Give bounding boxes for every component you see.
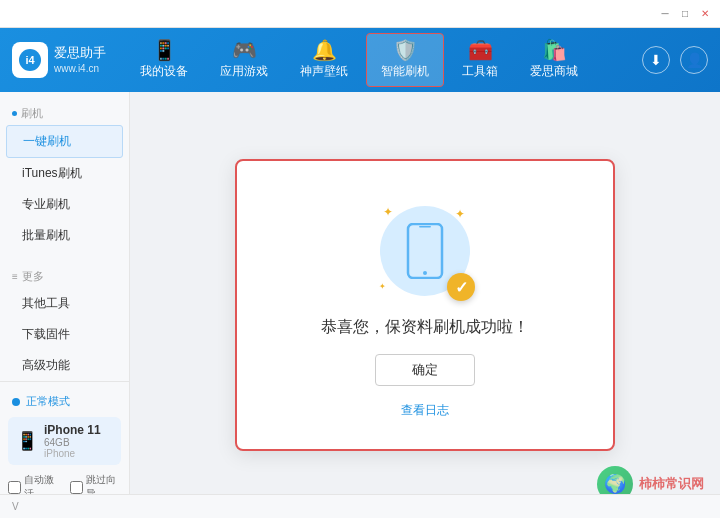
nav-store[interactable]: 🛍️ 爱思商城	[516, 34, 592, 86]
nav-my-device[interactable]: 📱 我的设备	[126, 34, 202, 86]
minimize-btn[interactable]: ─	[658, 7, 672, 21]
store-icon: 🛍️	[542, 40, 567, 60]
watermark-text: 柿柿常识网	[639, 475, 704, 493]
sparkle-1: ✦	[383, 205, 393, 219]
sidebar-itunes-flash[interactable]: iTunes刷机	[6, 158, 123, 189]
device-card: 📱 iPhone 11 64GB iPhone	[8, 417, 121, 465]
svg-rect-3	[412, 229, 438, 269]
sidebar-download-firmware[interactable]: 下载固件	[6, 319, 123, 350]
mode-indicator: 正常模式	[0, 390, 129, 413]
success-dialog: ✦ ✦ ✦ ✓ 恭喜您，保资料刷机成功啦！ 确定 查看日志	[235, 159, 615, 451]
sidebar-one-click-flash[interactable]: 一键刷机	[6, 125, 123, 158]
version-bar: V	[0, 494, 720, 518]
sidebar-other-tools[interactable]: 其他工具	[6, 288, 123, 319]
success-title: 恭喜您，保资料刷机成功啦！	[321, 317, 529, 338]
maximize-btn[interactable]: □	[678, 7, 692, 21]
check-badge: ✓	[447, 273, 475, 301]
title-bar: ─ □ ✕	[0, 0, 720, 28]
nav-items: 📱 我的设备 🎮 应用游戏 🔔 神声壁纸 🛡️ 智能刷机 🧰 工具箱 🛍️ 爱思…	[126, 33, 642, 87]
header: i4 爱思助手 www.i4.cn 📱 我的设备 🎮 应用游戏 🔔 神声壁纸 🛡…	[0, 28, 720, 92]
logo: i4 爱思助手 www.i4.cn	[12, 42, 106, 78]
sidebar-batch-flash[interactable]: 批量刷机	[6, 220, 123, 251]
svg-text:i4: i4	[25, 54, 35, 66]
header-right: ⬇ 👤	[642, 46, 708, 74]
sidebar-pro-flash[interactable]: 专业刷机	[6, 189, 123, 220]
nav-smart-flash[interactable]: 🛡️ 智能刷机	[366, 33, 444, 87]
apps-games-icon: 🎮	[232, 40, 257, 60]
sidebar-advanced[interactable]: 高级功能	[6, 350, 123, 381]
logo-text: 爱思助手 www.i4.cn	[54, 45, 106, 75]
svg-rect-5	[419, 226, 431, 228]
content-area: ✦ ✦ ✦ ✓ 恭喜您，保资料刷机成功啦！ 确定 查看日志	[130, 92, 720, 518]
smart-flash-icon: 🛡️	[393, 40, 418, 60]
nav-toolbox[interactable]: 🧰 工具箱	[448, 34, 512, 86]
sparkle-3: ✦	[379, 282, 386, 291]
device-info: iPhone 11 64GB iPhone	[44, 423, 101, 459]
logo-icon: i4	[12, 42, 48, 78]
view-log-link[interactable]: 查看日志	[401, 402, 449, 419]
nav-ringtones[interactable]: 🔔 神声壁纸	[286, 34, 362, 86]
version-label: V	[12, 501, 19, 512]
close-btn[interactable]: ✕	[698, 7, 712, 21]
download-btn[interactable]: ⬇	[642, 46, 670, 74]
ringtones-icon: 🔔	[312, 40, 337, 60]
user-btn[interactable]: 👤	[680, 46, 708, 74]
phone-svg	[404, 223, 446, 279]
svg-point-4	[423, 271, 427, 275]
sparkle-2: ✦	[455, 207, 465, 221]
section-dot	[12, 111, 17, 116]
sidebar: 刷机 一键刷机 iTunes刷机 专业刷机 批量刷机 ≡ 更多 其他工具 下载固…	[0, 92, 130, 518]
confirm-button[interactable]: 确定	[375, 354, 475, 386]
section-flash-title: 刷机	[0, 100, 129, 125]
section-more-title: ≡ 更多	[0, 263, 129, 288]
success-illustration: ✦ ✦ ✦ ✓	[375, 201, 475, 301]
device-icon: 📱	[16, 430, 38, 452]
mode-dot	[12, 398, 20, 406]
nav-apps-games[interactable]: 🎮 应用游戏	[206, 34, 282, 86]
my-device-icon: 📱	[152, 40, 177, 60]
toolbox-icon: 🧰	[468, 40, 493, 60]
main-area: 刷机 一键刷机 iTunes刷机 专业刷机 批量刷机 ≡ 更多 其他工具 下载固…	[0, 92, 720, 518]
